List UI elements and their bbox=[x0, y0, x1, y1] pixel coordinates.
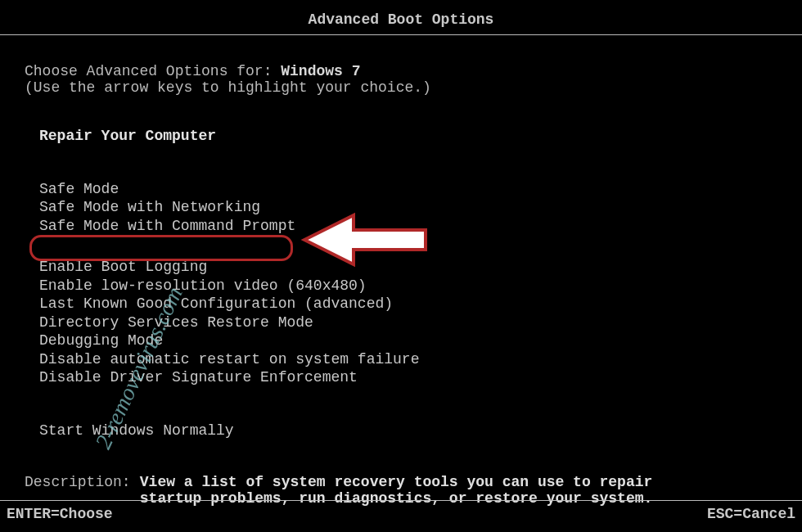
page-title: Advanced Boot Options bbox=[0, 0, 802, 28]
description-line1: View a list of system recovery tools you… bbox=[140, 474, 653, 490]
choose-prefix: Choose Advanced Options for: bbox=[25, 63, 281, 79]
description-label: Description: bbox=[25, 474, 131, 490]
menu-item-safe-mode-cmd[interactable]: Safe Mode with Command Prompt bbox=[39, 217, 802, 236]
menu-item-boot-logging[interactable]: Enable Boot Logging bbox=[39, 258, 802, 277]
main-content: Choose Advanced Options for: Windows 7 (… bbox=[0, 35, 802, 507]
footer-esc: ESC=Cancel bbox=[707, 506, 795, 522]
choose-os-line: Choose Advanced Options for: Windows 7 bbox=[25, 63, 802, 79]
footer-divider bbox=[0, 500, 802, 501]
os-name: Windows 7 bbox=[281, 63, 360, 79]
menu-item-repair[interactable]: Repair Your Computer bbox=[39, 127, 802, 146]
footer-enter: ENTER=Choose bbox=[7, 506, 113, 522]
menu-item-last-known-good[interactable]: Last Known Good Configuration (advanced) bbox=[39, 295, 802, 313]
footer: ENTER=Choose ESC=Cancel bbox=[0, 500, 802, 527]
menu-item-debugging[interactable]: Debugging Mode bbox=[39, 331, 802, 350]
menu-item-disable-restart[interactable]: Disable automatic restart on system fail… bbox=[39, 350, 802, 369]
arrow-keys-hint: (Use the arrow keys to highlight your ch… bbox=[25, 79, 802, 96]
boot-menu: Repair Your Computer Safe Mode Safe Mode… bbox=[25, 127, 802, 440]
menu-item-low-res[interactable]: Enable low-resolution video (640x480) bbox=[39, 277, 802, 295]
menu-item-start-normally[interactable]: Start Windows Normally bbox=[39, 422, 802, 440]
menu-item-safe-mode-networking[interactable]: Safe Mode with Networking bbox=[39, 198, 802, 217]
menu-item-ds-restore[interactable]: Directory Services Restore Mode bbox=[39, 313, 802, 332]
menu-item-safe-mode[interactable]: Safe Mode bbox=[39, 180, 802, 199]
menu-item-disable-sig[interactable]: Disable Driver Signature Enforcement bbox=[39, 368, 802, 387]
